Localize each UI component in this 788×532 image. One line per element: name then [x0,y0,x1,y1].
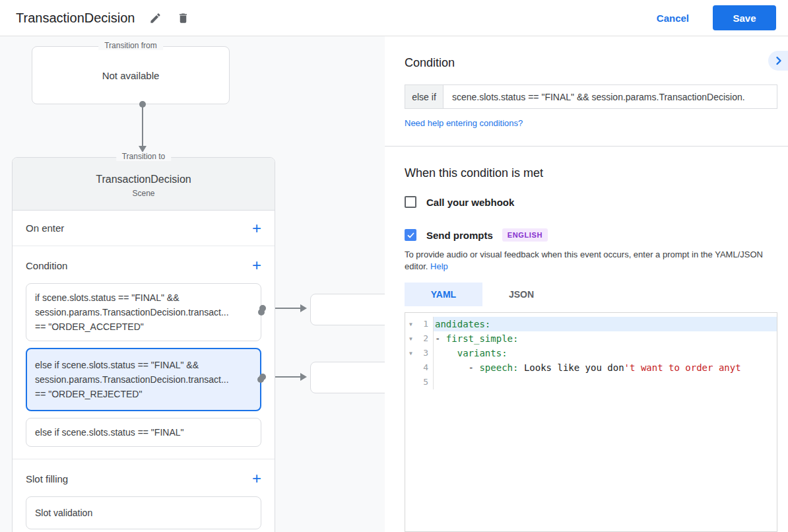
collapse-panel-button[interactable] [768,51,788,71]
send-prompts-row: Send prompts ENGLISH [405,228,548,242]
condition-card-text: if scene.slots.status == "FINAL" && sess… [35,290,252,334]
slot-cards: Slot validation [26,496,261,529]
condition-heading: Condition [405,56,455,70]
transition-target-node[interactable] [310,362,396,393]
code-text[interactable]: andidates: [434,317,777,331]
code-segment-plain: - [435,333,446,344]
scene-subtitle: Scene [13,185,275,198]
tab-json[interactable]: JSON [482,283,560,306]
code-segment-key: speech: [479,362,518,373]
code-segment-plain: Looks like you don [518,362,624,373]
save-button[interactable]: Save [713,5,776,30]
help-link[interactable]: Help [430,261,448,271]
connector-dot [139,101,146,108]
chevron-right-icon [773,55,784,66]
condition-card-text: else if scene.slots.status == "FINAL" [35,425,252,440]
transition-to-legend: Transition to [116,152,172,161]
condition-operator-label: else if [405,84,443,109]
code-text[interactable]: variants: [434,346,777,360]
prompt-hint: To provide audio or visual feedback when… [405,249,785,273]
slot-card[interactable]: Slot validation [26,496,261,529]
send-prompts-checkbox[interactable] [405,229,416,241]
condition-section: Condition + if scene.slots.status == "FI… [13,246,275,459]
fold-arrow-icon[interactable]: ▼ [405,331,416,346]
code-segment-key: first_simple: [446,333,519,344]
slot-filling-section-head: Slot filling + [26,470,261,487]
add-on-enter-button[interactable]: + [252,220,261,236]
fold-arrow-icon[interactable]: ▼ [405,346,416,360]
editor-tabs: YAMLJSON [405,283,560,306]
scene-panel: Transition to TransactionDecision Scene … [12,157,275,532]
conditions-help-link[interactable]: Need help entering conditions? [405,118,523,128]
fold-spacer [405,375,416,389]
app-window: TransactionDecision Cancel Save Transiti… [0,0,788,532]
panel-divider [385,146,788,147]
on-enter-row: On enter + [13,211,275,246]
add-condition-button[interactable]: + [252,257,261,273]
code-segment-key: andidates: [435,319,490,329]
canvas: Transition from Not available Transition… [0,36,788,532]
condition-input-row: else if [405,84,777,109]
when-met-heading: When this condition is met [405,166,543,180]
code-text[interactable]: - first_simple: [434,331,777,346]
slot-filling-section: Slot filling + Slot validation [13,459,275,532]
cancel-button[interactable]: Cancel [657,13,689,24]
line-number: 4 [416,360,434,375]
scene-header[interactable]: Transition to TransactionDecision Scene [13,158,275,211]
condition-label: Condition [26,260,67,271]
send-prompts-label: Send prompts [426,230,493,241]
transition-target-node[interactable] [310,294,396,325]
connector-line [142,104,143,147]
line-number: 3 [416,346,434,360]
language-badge: ENGLISH [502,228,548,242]
condition-card[interactable]: else if scene.slots.status == "FINAL" [26,418,261,447]
code-line: ▼1andidates: [405,317,777,331]
code-line: ▼2- first_simple: [405,331,777,346]
code-segment-plain: - [435,362,479,373]
tab-yaml[interactable]: YAML [405,283,482,306]
prompt-hint-text: To provide audio or visual feedback when… [405,249,763,271]
webhook-row: Call your webhook [405,196,514,208]
line-number: 2 [416,331,434,346]
code-segment-string: 't want to order anyt [624,362,741,373]
add-slot-button[interactable]: + [252,471,261,486]
condition-card-selected[interactable]: else if scene.slots.status == "FINAL" &&… [26,348,261,411]
code-text[interactable]: - speech: Looks like you don't want to o… [434,360,777,375]
code-segment-plain [435,348,457,358]
condition-card-text: else if scene.slots.status == "FINAL" &&… [35,358,252,401]
delete-icon[interactable] [177,11,190,24]
code-line: ▼3 variants: [405,346,777,360]
condition-section-head: Condition + [26,257,261,274]
arrow-right-icon [300,373,307,381]
scene-title: TransactionDecision [13,158,275,185]
code-line: 4 - speech: Looks like you don't want to… [405,360,777,375]
checkmark-icon [407,231,415,240]
code-segment-key: variants: [457,348,508,358]
connector-dot [259,374,266,380]
connector-dot [259,305,266,312]
code-text[interactable] [434,375,777,389]
code-line: 5 [405,375,777,389]
condition-expression-input[interactable] [443,84,777,109]
transition-from-text: Not available [32,47,229,104]
call-webhook-checkbox[interactable] [405,196,416,208]
page-title: TransactionDecision [16,11,135,26]
condition-card[interactable]: if scene.slots.status == "FINAL" && sess… [26,283,261,341]
yaml-editor[interactable]: ▼1andidates:▼2- first_simple:▼3 variants… [405,312,777,532]
line-number: 5 [416,375,434,389]
edit-icon[interactable] [149,11,162,24]
transition-from-box: Transition from Not available [32,46,230,104]
condition-detail-panel: Condition else if Need help entering con… [385,36,788,532]
slot-filling-label: Slot filling [26,473,68,484]
arrow-right-icon [300,304,307,312]
fold-arrow-icon[interactable]: ▼ [405,317,416,331]
line-number: 1 [416,317,434,331]
condition-cards: if scene.slots.status == "FINAL" && sess… [26,283,261,447]
call-webhook-label: Call your webhook [426,197,514,208]
on-enter-label: On enter [26,222,64,234]
fold-spacer [405,360,416,375]
top-bar: TransactionDecision Cancel Save [0,0,788,36]
